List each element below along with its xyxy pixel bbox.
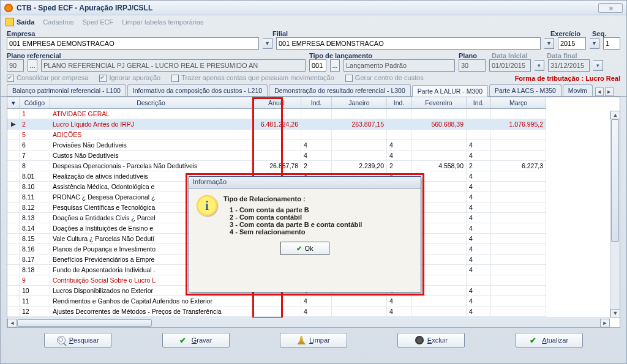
gravar-button[interactable]: Gravar: [162, 333, 230, 347]
cell-ind3: 4: [467, 171, 491, 182]
cell-ind3: [467, 130, 491, 140]
limpar-button[interactable]: Limpar: [280, 333, 347, 347]
row-marker: [7, 161, 20, 171]
table-row[interactable]: 12Ajustes Decorrentes de Métodos - Preço…: [7, 306, 620, 317]
vertical-scrollbar[interactable]: ▲ ▼: [610, 111, 620, 318]
col-fevereiro[interactable]: Fevereiro: [411, 97, 467, 109]
table-row[interactable]: 10Lucros Disponibilizados no Exterior444: [7, 286, 620, 296]
cell-codigo: 8.11: [20, 192, 50, 202]
table-row[interactable]: 8.18Fundo de Aposentadoria Individual .4…: [7, 265, 620, 275]
chk-centro-custos[interactable]: Gerar centro de custos: [345, 74, 424, 82]
scroll-up-icon[interactable]: ▲: [610, 111, 620, 119]
atualizar-button[interactable]: Atualizar: [516, 333, 583, 347]
col-marker[interactable]: ▾: [7, 97, 20, 109]
tab-l210[interactable]: Informativo da composição dos custos - L…: [127, 84, 268, 96]
table-row[interactable]: 5ADIÇÕES: [7, 130, 620, 140]
tab-scroll-left[interactable]: ◄: [595, 87, 604, 96]
tab-movim[interactable]: Movim: [563, 84, 593, 96]
horizontal-scrollbar[interactable]: ◄ ►: [7, 318, 610, 327]
menu-saida[interactable]: Saída: [17, 18, 34, 26]
table-row[interactable]: 8.12Pesquisas Científicas e Tecnológica4…: [7, 202, 620, 213]
cell-fevereiro: [411, 275, 467, 286]
cell-marco: [491, 265, 546, 275]
chevron-down-icon[interactable]: ▼: [263, 38, 272, 49]
cell-marco: [491, 286, 546, 296]
table-row[interactable]: 8.16Planos de Poupança e Investimento444: [7, 244, 620, 254]
tipo-lanc-code[interactable]: 001: [309, 59, 326, 72]
cell-marco: [491, 192, 546, 202]
cell-janeiro: [332, 275, 387, 286]
table-row[interactable]: 11Rendimentos e Ganhos de Capital Auferi…: [7, 296, 620, 306]
chk-consolidar[interactable]: Consolidar por empresa: [7, 74, 88, 82]
tab-l300[interactable]: Demonstração do resultado referencial - …: [269, 84, 411, 96]
cell-janeiro: [332, 202, 387, 213]
col-anual[interactable]: Anual: [252, 97, 301, 109]
seq-input[interactable]: 1: [603, 37, 620, 50]
menu-cadastros[interactable]: Cadastros: [43, 18, 73, 26]
col-ind2[interactable]: Ind.: [387, 97, 411, 109]
cell-fevereiro: [411, 130, 467, 140]
lookup-icon[interactable]: ...: [330, 59, 340, 72]
empresa-select[interactable]: 001 EMPRESA DEMONSTRACAO: [7, 37, 259, 50]
cell-ind3: 4: [467, 140, 491, 150]
scroll-down-icon[interactable]: ▼: [610, 309, 620, 318]
lookup-icon[interactable]: ...: [28, 59, 37, 72]
cell-codigo: 10: [20, 286, 50, 296]
scroll-left-icon[interactable]: ◄: [7, 319, 17, 327]
tab-m300[interactable]: Parte A LALUR - M300: [412, 85, 488, 97]
menu-limpar-tabelas[interactable]: Limpar tabelas temporárias: [122, 18, 203, 26]
table-row[interactable]: 8.10Assistência Médica, Odontológica e44…: [7, 182, 620, 192]
cell-ind2: 4: [387, 265, 411, 275]
cell-janeiro: [332, 234, 387, 244]
table-row[interactable]: 8Despesas Operacionais - Parcelas Não De…: [7, 161, 620, 171]
cell-marco: [491, 306, 546, 317]
label-exercicio: Exercício: [550, 30, 588, 37]
label-tipo-lanc: Tipo de lançamento: [309, 52, 455, 59]
col-marco[interactable]: Março: [491, 97, 546, 109]
chk-ignorar[interactable]: Ignorar apuração: [99, 74, 160, 82]
scroll-right-icon[interactable]: ►: [600, 319, 610, 327]
tab-scroll-right[interactable]: ►: [605, 87, 614, 96]
table-row[interactable]: 8.14Doações a Instituições de Ensino e44…: [7, 223, 620, 234]
excluir-button[interactable]: Excluir: [397, 333, 465, 347]
col-descricao[interactable]: Descrição: [50, 97, 252, 109]
tab-l100[interactable]: Balanço patrimonial referencial - L100: [7, 84, 126, 96]
cell-marco: [491, 150, 546, 161]
tabs: Balanço patrimonial referencial - L100 I…: [1, 84, 626, 97]
table-row[interactable]: 7Custos Não Dedutíveis444: [7, 150, 620, 161]
table-row[interactable]: 9Contribuição Social Sobre o Lucro L,65: [7, 275, 620, 286]
col-janeiro[interactable]: Janeiro: [332, 97, 387, 109]
table-row[interactable]: ▶2Lucro Líquido Antes do IRPJ6.481.224,2…: [7, 119, 620, 130]
calendar-icon[interactable]: ▾: [535, 60, 544, 71]
chevron-down-icon[interactable]: ▼: [544, 38, 554, 49]
table-row[interactable]: 8.13Doações a Entidades Civis ¿ Parcel44…: [7, 213, 620, 223]
cell-janeiro: 263.807,15: [332, 119, 387, 130]
table-row[interactable]: 8.15Vale Cultura ¿ Parcelas Não Dedutí44…: [7, 234, 620, 244]
exercicio-input[interactable]: 2015: [558, 37, 586, 50]
cell-codigo: 6: [20, 140, 50, 150]
pesquisar-button[interactable]: Pesquisar: [44, 333, 111, 347]
menu-sped-ecf[interactable]: Sped ECF: [83, 18, 114, 26]
row-marker: [7, 192, 20, 202]
table-row[interactable]: 1ATIVIDADE GERAL: [7, 109, 620, 119]
cell-ind2: 4: [387, 223, 411, 234]
table-row[interactable]: 8.11PRONAC ¿ Despesa Operacional ¿444: [7, 192, 620, 202]
table-row[interactable]: 8.01Realização de ativos indedutíveis444: [7, 171, 620, 182]
row-marker: [7, 306, 20, 317]
cell-ind3: 4: [467, 213, 491, 223]
close-button[interactable]: ⨳: [598, 3, 623, 13]
chk-trazer[interactable]: Trazer apenas contas que possuam movimen…: [171, 74, 334, 82]
table-row[interactable]: 8.17Benefícios Previdenciários a Empre44…: [7, 254, 620, 265]
chevron-down-icon[interactable]: ▼: [590, 38, 599, 49]
cell-ind: 4: [301, 182, 332, 192]
window-title: CTB - Sped ECF - Apuração IRPJ/CSLL: [17, 4, 152, 12]
cell-descricao: Assistência Médica, Odontológica e: [50, 182, 252, 192]
col-ind[interactable]: Ind.: [301, 97, 332, 109]
table-row[interactable]: 6Provisões Não Dedutíveis444: [7, 140, 620, 150]
tab-m350[interactable]: Parte A LACS - M350: [489, 84, 561, 96]
col-codigo[interactable]: Código: [20, 97, 50, 109]
filial-select[interactable]: 001 EMPRESA DEMONSTRACAO: [276, 37, 541, 50]
col-ind3[interactable]: Ind.: [467, 97, 491, 109]
calendar-icon[interactable]: ▾: [593, 60, 603, 71]
cell-fevereiro: [411, 140, 467, 150]
